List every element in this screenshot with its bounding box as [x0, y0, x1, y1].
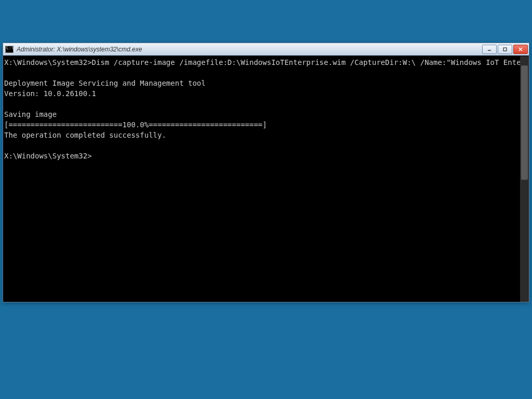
- cmd-icon: C:\: [5, 46, 14, 53]
- minimize-icon: [487, 47, 492, 52]
- console-body[interactable]: X:\Windows\System32>Dism /capture-image …: [3, 56, 529, 302]
- window-title: Administrator: X:\windows\system32\cmd.e…: [17, 46, 482, 53]
- maximize-button[interactable]: [498, 45, 512, 54]
- scroll-thumb[interactable]: [521, 65, 528, 180]
- scrollbar[interactable]: [520, 56, 529, 302]
- close-button[interactable]: [513, 45, 528, 54]
- maximize-icon: [502, 47, 508, 52]
- titlebar[interactable]: C:\ Administrator: X:\windows\system32\c…: [3, 43, 529, 56]
- cmd-window: C:\ Administrator: X:\windows\system32\c…: [3, 43, 529, 302]
- console-output: X:\Windows\System32>Dism /capture-image …: [3, 56, 529, 161]
- close-icon: [518, 47, 523, 52]
- svg-rect-1: [503, 48, 507, 51]
- window-controls: [482, 45, 528, 54]
- minimize-button[interactable]: [482, 45, 497, 54]
